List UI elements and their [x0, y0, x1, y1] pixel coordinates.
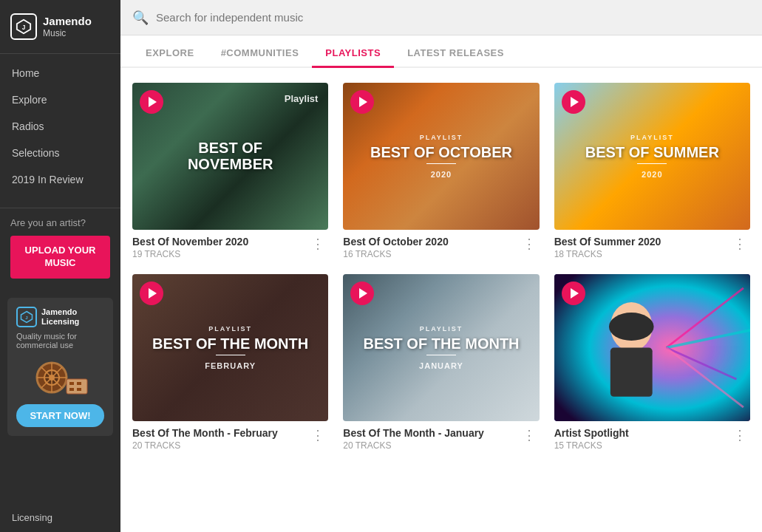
card-info-october: Best Of October 2020 16 TRACKS ⋮ [343, 236, 539, 259]
card-title-november: Best Of November 2020 [132, 236, 248, 248]
card-title-summer: Best Of Summer 2020 [554, 236, 661, 248]
card-tracks-summer: 18 TRACKS [554, 249, 661, 259]
svg-rect-11 [67, 379, 87, 394]
nav-links: Home Explore Radios Selections 2019 In R… [0, 60, 120, 193]
svg-rect-14 [69, 388, 74, 391]
card-menu-november[interactable]: ⋮ [308, 236, 328, 252]
playlist-card-artist[interactable]: Artist Spotlight 15 TRACKS ⋮ [554, 274, 750, 451]
nav-explore[interactable]: Explore [0, 86, 120, 113]
card-tracks-november: 19 TRACKS [132, 249, 248, 259]
card-title-october: Best Of October 2020 [343, 236, 448, 248]
card-tracks-february: 20 TRACKS [132, 440, 278, 451]
play-button-summer[interactable] [562, 90, 585, 114]
svg-text:J: J [25, 316, 27, 320]
card-info-january: Best Of The Month - January 20 TRACKS ⋮ [343, 427, 539, 451]
logo-area[interactable]: J Jamendo Music [0, 0, 120, 54]
tab-explore[interactable]: EXPLORE [132, 40, 208, 68]
sidebar: J Jamendo Music Home Explore Radios Sele… [0, 0, 120, 532]
card-info-november: Best Of November 2020 19 TRACKS ⋮ [132, 236, 328, 259]
card-title-january: Best Of The Month - January [343, 427, 484, 439]
nav-radios[interactable]: Radios [0, 113, 120, 140]
licensing-banner: J JamendoLicensing Quality music for com… [7, 298, 113, 436]
card-tracks-january: 20 TRACKS [343, 440, 484, 451]
upload-music-button[interactable]: UPLOAD YOURMUSIC [10, 236, 110, 279]
logo-text: Jamendo Music [43, 15, 92, 38]
content-area: BEST OFNOVEMBER Playlist Best Of Novembe… [120, 68, 762, 532]
card-info-artist: Artist Spotlight 15 TRACKS ⋮ [554, 427, 750, 451]
svg-rect-15 [77, 388, 81, 391]
artist-question: Are you an artist? [10, 217, 110, 228]
tab-latest-releases[interactable]: LATEST RELEASES [394, 40, 517, 68]
licensing-logo: J JamendoLicensing [16, 307, 79, 327]
nav-home[interactable]: Home [0, 60, 120, 86]
playlist-label-november: Playlist [285, 93, 319, 104]
licensing-nav-link[interactable]: Licensing [0, 503, 120, 532]
nav-review[interactable]: 2019 In Review [0, 166, 120, 193]
logo-icon: J [10, 13, 37, 40]
card-info-summer: Best Of Summer 2020 18 TRACKS ⋮ [554, 236, 750, 259]
svg-rect-13 [77, 382, 81, 385]
svg-rect-22 [610, 348, 652, 397]
playlist-grid: BEST OFNOVEMBER Playlist Best Of Novembe… [132, 83, 750, 451]
licensing-title-text: JamendoLicensing [41, 307, 79, 327]
card-tracks-artist: 15 TRACKS [554, 440, 629, 451]
licensing-image [16, 355, 104, 400]
card-title-artist: Artist Spotlight [554, 427, 629, 439]
playlist-card-january[interactable]: PLAYLIST BEST OF THE MONTH JANUARY Best … [343, 274, 539, 451]
playlist-card-november[interactable]: BEST OFNOVEMBER Playlist Best Of Novembe… [132, 83, 328, 259]
start-now-button[interactable]: START NOW! [16, 404, 104, 427]
card-menu-october[interactable]: ⋮ [520, 236, 540, 252]
playlist-card-summer[interactable]: PLAYLIST BEST OF SUMMER 2020 Best Of Sum… [554, 83, 750, 259]
tab-playlists[interactable]: PLAYLISTS [312, 40, 394, 68]
licensing-icon: J [16, 307, 37, 327]
card-title-february: Best Of The Month - February [132, 427, 278, 439]
svg-point-23 [609, 313, 654, 341]
playlist-card-october[interactable]: PLAYLIST BEST OF OCTOBER 2020 Best Of Oc… [343, 83, 539, 259]
tabs: EXPLORE #COMMUNITIES PLAYLISTS LATEST RE… [120, 35, 762, 68]
svg-rect-12 [69, 382, 74, 385]
licensing-description: Quality music for commercial use [16, 332, 104, 349]
svg-text:J: J [22, 24, 26, 31]
search-bar: 🔍 [120, 0, 762, 35]
play-button-artist[interactable] [562, 282, 585, 305]
card-tracks-october: 16 TRACKS [343, 249, 448, 259]
play-button-february[interactable] [140, 282, 163, 305]
playlist-card-february[interactable]: PLAYLIST BEST OF THE MONTH FEBRUARY Best… [132, 274, 328, 451]
artist-section: Are you an artist? UPLOAD YOURMUSIC [0, 208, 120, 287]
search-icon: 🔍 [132, 10, 149, 26]
card-menu-january[interactable]: ⋮ [520, 427, 540, 443]
main-content: 🔍 EXPLORE #COMMUNITIES PLAYLISTS LATEST … [120, 0, 762, 532]
logo-title: Jamendo [43, 15, 92, 28]
play-button-november[interactable] [140, 90, 163, 114]
card-info-february: Best Of The Month - February 20 TRACKS ⋮ [132, 427, 328, 451]
tab-communities[interactable]: #COMMUNITIES [208, 40, 313, 68]
card-menu-february[interactable]: ⋮ [308, 427, 328, 443]
nav-selections[interactable]: Selections [0, 140, 120, 166]
card-menu-summer[interactable]: ⋮ [730, 236, 750, 252]
card-menu-artist[interactable]: ⋮ [730, 427, 750, 443]
logo-subtitle: Music [43, 28, 92, 38]
search-input[interactable] [156, 11, 750, 24]
